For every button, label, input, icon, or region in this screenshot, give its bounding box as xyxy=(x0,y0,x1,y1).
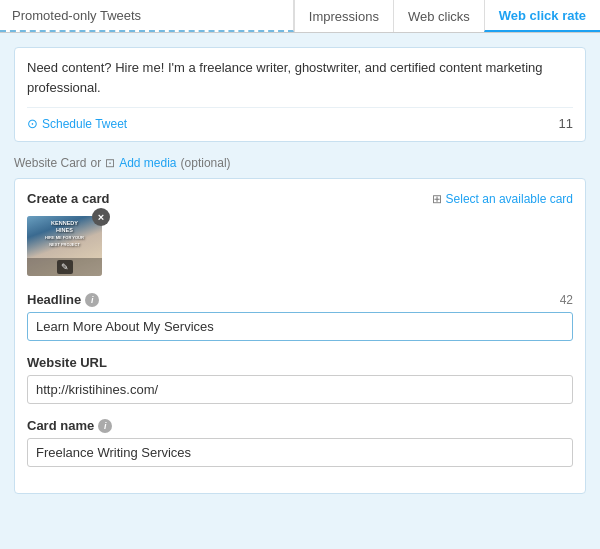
tab-web-clicks[interactable]: Web clicks xyxy=(393,0,484,32)
remove-thumbnail-button[interactable]: × xyxy=(92,208,110,226)
website-url-label: Website URL xyxy=(27,355,107,370)
card-name-label: Card name xyxy=(27,418,94,433)
optional-label: (optional) xyxy=(181,156,231,170)
schedule-tweet-link[interactable]: ⊙ Schedule Tweet xyxy=(27,116,127,131)
headline-input[interactable] xyxy=(27,312,573,341)
website-url-label-row: Website URL xyxy=(27,355,573,370)
tab-bar: Promoted-only Tweets Impressions Web cli… xyxy=(0,0,600,33)
tweet-text: Need content? Hire me! I'm a freelance w… xyxy=(27,58,573,97)
schedule-tweet-label: Schedule Tweet xyxy=(42,117,127,131)
main-content: Need content? Hire me! I'm a freelance w… xyxy=(0,33,600,508)
card-name-field-group: Card name i xyxy=(27,418,573,467)
select-card-label: Select an available card xyxy=(446,192,573,206)
headline-info-icon[interactable]: i xyxy=(85,293,99,307)
card-box: Create a card ⊞ Select an available card… xyxy=(14,178,586,494)
card-name-input[interactable] xyxy=(27,438,573,467)
headline-label: Headline xyxy=(27,292,81,307)
card-name-label-left: Card name i xyxy=(27,418,112,433)
headline-char-count: 42 xyxy=(560,293,573,307)
website-url-label-left: Website URL xyxy=(27,355,107,370)
website-url-input[interactable] xyxy=(27,375,573,404)
card-name-label-row: Card name i xyxy=(27,418,573,433)
tweet-char-count: 11 xyxy=(559,116,573,131)
add-media-link[interactable]: Add media xyxy=(119,156,176,170)
headline-field-group: Headline i 42 xyxy=(27,292,573,341)
tab-impressions[interactable]: Impressions xyxy=(294,0,393,32)
camera-icon: ⊡ xyxy=(105,156,115,170)
website-card-label: Website Card xyxy=(14,156,86,170)
promoted-tweets-label: Promoted-only Tweets xyxy=(12,8,141,23)
tab-web-clicks-label: Web clicks xyxy=(408,9,470,24)
headline-label-row: Headline i 42 xyxy=(27,292,573,307)
tab-web-click-rate[interactable]: Web click rate xyxy=(484,0,600,32)
tab-impressions-label: Impressions xyxy=(309,9,379,24)
section-or-text: or xyxy=(90,156,101,170)
create-card-title: Create a card xyxy=(27,191,109,206)
promoted-tweets-tab[interactable]: Promoted-only Tweets xyxy=(0,0,294,32)
select-card-link[interactable]: ⊞ Select an available card xyxy=(432,192,573,206)
edit-thumbnail-button[interactable]: ✎ xyxy=(57,260,73,274)
card-thumbnail: KENNEDYHINESHIRE ME FOR YOURNEXT PROJECT… xyxy=(27,216,102,276)
headline-label-left: Headline i xyxy=(27,292,99,307)
card-header: Create a card ⊞ Select an available card xyxy=(27,191,573,206)
tweet-footer: ⊙ Schedule Tweet 11 xyxy=(27,107,573,131)
website-url-field-group: Website URL xyxy=(27,355,573,404)
clock-icon: ⊙ xyxy=(27,116,38,131)
card-icon: ⊞ xyxy=(432,192,442,206)
tweet-box: Need content? Hire me! I'm a freelance w… xyxy=(14,47,586,142)
thumbnail-wrapper: KENNEDYHINESHIRE ME FOR YOURNEXT PROJECT… xyxy=(27,216,102,276)
thumbnail-overlay: ✎ xyxy=(27,258,102,276)
card-name-info-icon[interactable]: i xyxy=(98,419,112,433)
website-card-section-label: Website Card or ⊡ Add media (optional) xyxy=(14,156,586,170)
tab-web-click-rate-label: Web click rate xyxy=(499,8,586,23)
